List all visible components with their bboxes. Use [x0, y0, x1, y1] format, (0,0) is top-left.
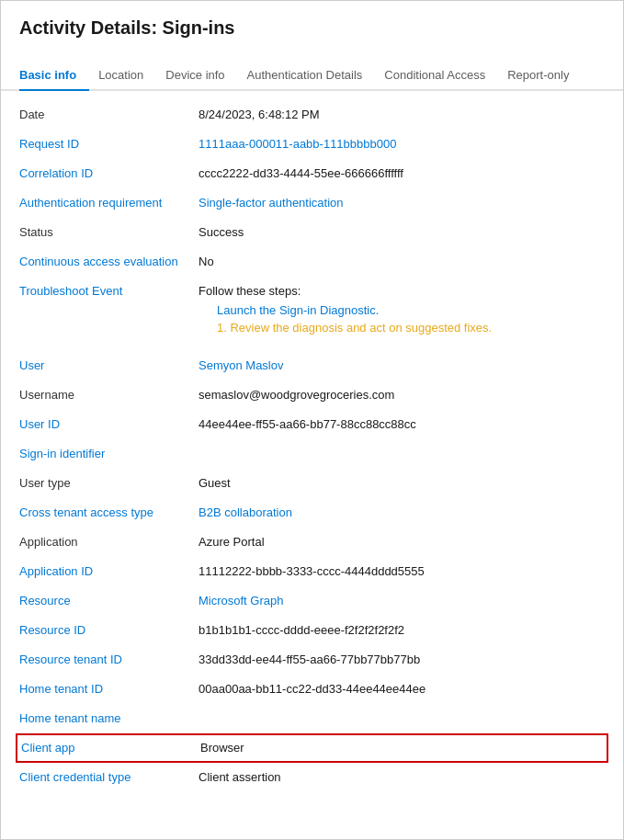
content-area: Date8/24/2023, 6:48:12 PMRequest ID1111a…	[1, 91, 623, 792]
row-label: Continuous access evaluation	[19, 255, 199, 268]
table-row: Usernamesemaslov@woodgrovegroceries.com	[19, 380, 605, 410]
table-row: Home tenant name	[19, 704, 605, 733]
row-label: Resource	[19, 594, 199, 607]
row-value[interactable]: Single-factor authentication	[199, 196, 605, 210]
table-row: ApplicationAzure Portal	[19, 528, 605, 557]
table-row: Client credential typeClient assertion	[19, 763, 605, 792]
tab-bar: Basic infoLocationDevice infoAuthenticat…	[1, 61, 623, 91]
table-row: Continuous access evaluationNo	[19, 247, 605, 277]
table-row: Date8/24/2023, 6:48:12 PM	[19, 100, 605, 130]
table-row: Resource tenant ID33dd33dd-ee44-ff55-aa6…	[19, 645, 605, 675]
row-label: Sign-in identifier	[19, 447, 199, 460]
row-label: Date	[19, 108, 199, 121]
table-row: Authentication requirementSingle-factor …	[19, 188, 605, 218]
tab-report-only[interactable]: Report-only	[507, 61, 582, 91]
table-row: StatusSuccess	[19, 218, 605, 247]
page-title: Activity Details: Sign-ins	[19, 17, 605, 39]
row-label: User type	[19, 476, 199, 490]
tab-basic-info[interactable]: Basic info	[19, 61, 89, 91]
row-label: Application	[19, 535, 199, 549]
row-value[interactable]: B2B collaboration	[199, 505, 605, 519]
table-row: Application ID11112222-bbbb-3333-cccc-44…	[19, 557, 605, 586]
client-app-row: Client app Browser	[16, 733, 608, 763]
table-row: Home tenant ID00aa00aa-bb11-cc22-dd33-44…	[19, 675, 605, 704]
table-row: Correlation IDcccc2222-dd33-4444-55ee-66…	[19, 159, 605, 188]
client-app-label: Client app	[21, 741, 200, 755]
row-label: Client credential type	[19, 770, 199, 784]
row-label: User ID	[19, 417, 199, 431]
row-value: cccc2222-dd33-4444-55ee-666666ffffff	[199, 166, 605, 180]
row-label: Username	[19, 388, 199, 402]
tab-location[interactable]: Location	[98, 61, 156, 91]
row-value: 11112222-bbbb-3333-cccc-4444dddd5555	[199, 564, 605, 578]
troubleshoot-follow-text: Follow these steps:	[199, 284, 605, 298]
row-label: Correlation ID	[19, 166, 199, 180]
troubleshoot-label: Troubleshoot Event	[19, 284, 199, 298]
row-label: Home tenant name	[19, 711, 199, 725]
troubleshoot-link[interactable]: Launch the Sign-in Diagnostic.	[199, 303, 605, 317]
row-label: Status	[19, 225, 199, 239]
row-label: Resource tenant ID	[19, 653, 199, 666]
activity-details-panel: Activity Details: Sign-ins Basic infoLoc…	[0, 0, 624, 840]
panel-header: Activity Details: Sign-ins	[1, 1, 623, 61]
row-value: Guest	[199, 476, 605, 490]
row-value: 8/24/2023, 6:48:12 PM	[199, 108, 605, 121]
row-value: b1b1b1b1-cccc-dddd-eeee-f2f2f2f2f2f2	[199, 623, 605, 637]
row-label: Application ID	[19, 564, 199, 578]
row-value: No	[199, 255, 605, 268]
troubleshoot-content: Follow these steps: Launch the Sign-in D…	[199, 284, 605, 335]
troubleshoot-row: Troubleshoot Event Follow these steps: L…	[19, 277, 605, 342]
row-value: Success	[199, 225, 605, 239]
client-app-value: Browser	[200, 741, 603, 755]
row-value[interactable]: Microsoft Graph	[199, 594, 605, 607]
row-value: 33dd33dd-ee44-ff55-aa66-77bb77bb77bb	[199, 653, 605, 666]
row-label: Request ID	[19, 137, 199, 151]
row-value: Azure Portal	[199, 535, 605, 549]
table-row: Cross tenant access typeB2B collaboratio…	[19, 498, 605, 528]
table-row: User typeGuest	[19, 469, 605, 498]
table-row: UserSemyon Maslov	[19, 351, 605, 380]
troubleshoot-step: 1. Review the diagnosis and act on sugge…	[199, 321, 605, 335]
table-row: User ID44ee44ee-ff55-aa66-bb77-88cc88cc8…	[19, 410, 605, 439]
tab-device-info[interactable]: Device info	[165, 61, 237, 91]
table-row: ResourceMicrosoft Graph	[19, 586, 605, 616]
table-row: Resource IDb1b1b1b1-cccc-dddd-eeee-f2f2f…	[19, 616, 605, 645]
row-value[interactable]: Semyon Maslov	[199, 358, 605, 372]
row-label: Cross tenant access type	[19, 505, 199, 519]
tab-conditional-access[interactable]: Conditional Access	[384, 61, 498, 91]
row-value: 00aa00aa-bb11-cc22-dd33-44ee44ee44ee	[199, 682, 605, 696]
row-value: Client assertion	[199, 770, 605, 784]
row-label: Authentication requirement	[19, 196, 199, 210]
row-label: Resource ID	[19, 623, 199, 637]
table-row: Sign-in identifier	[19, 439, 605, 469]
row-label: User	[19, 358, 199, 372]
tab-auth-details[interactable]: Authentication Details	[247, 61, 376, 91]
row-label: Home tenant ID	[19, 682, 199, 696]
row-value: 44ee44ee-ff55-aa66-bb77-88cc88cc88cc	[199, 417, 605, 431]
row-value: semaslov@woodgrovegroceries.com	[199, 388, 605, 402]
row-value[interactable]: 1111aaa-000011-aabb-111bbbbb000	[199, 137, 605, 151]
table-row: Request ID1111aaa-000011-aabb-111bbbbb00…	[19, 130, 605, 159]
